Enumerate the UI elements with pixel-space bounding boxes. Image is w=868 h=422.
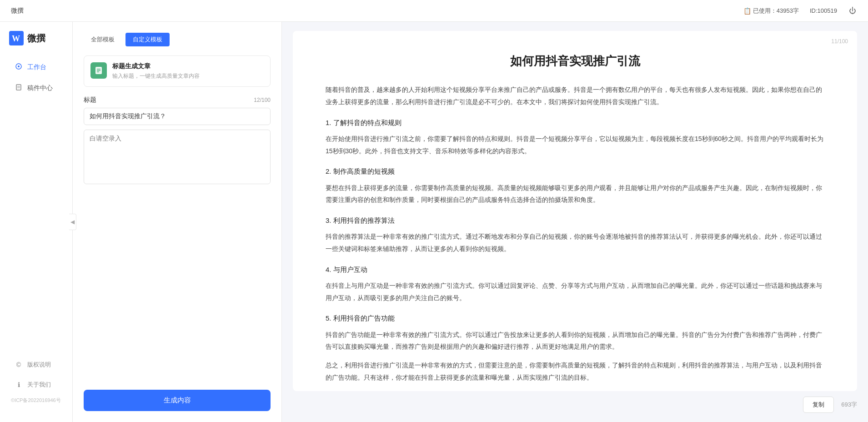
right-bottom-bar: 复制 693字 — [293, 391, 857, 413]
template-desc: 输入标题，一键生成高质量文章内容 — [112, 72, 200, 80]
topbar-right: 📋 已使用：43953字 ID:100519 ⏻ — [743, 6, 857, 15]
article-section-heading: 4. 与用户互动 — [326, 263, 824, 276]
topbar-title: 微撰 — [11, 7, 24, 15]
template-info: 标题生成文章 输入标题，一键生成高质量文章内容 — [112, 62, 200, 80]
sidebar-item-label-about: 关于我们 — [27, 381, 51, 389]
sidebar-item-workbench[interactable]: 工作台 — [4, 57, 69, 77]
logo-text: 微撰 — [27, 32, 45, 45]
title-input[interactable]: 如何用抖音实现推广引流？ — [84, 108, 271, 125]
drafts-icon — [15, 84, 23, 93]
article-section-heading: 1. 了解抖音的特点和规则 — [326, 116, 824, 130]
info-icon: ℹ — [15, 381, 23, 388]
usage-info: 📋 已使用：43953字 — [743, 7, 799, 15]
page-count: 11/100 — [831, 38, 848, 45]
form-label-row: 标题 12/100 — [84, 96, 271, 104]
icp-text: ©ICP备2022016946号 — [0, 395, 72, 406]
sidebar-nav: 工作台 稿件中心 — [0, 56, 72, 354]
char-count: 12/100 — [254, 97, 271, 103]
logo-area: W 微撰 — [0, 31, 72, 56]
content-textarea[interactable] — [84, 130, 271, 184]
workbench-icon — [15, 63, 23, 72]
copyright-icon: © — [15, 361, 23, 368]
article-paragraph: 随着抖音的普及，越来越多的人开始利用这个短视频分享平台来推广自己的产品或服务。抖… — [326, 84, 824, 108]
article-paragraph: 总之，利用抖音进行推广引流是一种非常有效的方式，但需要注意的是，你需要制作高质量… — [326, 359, 824, 383]
sidebar: W 微撰 工作台 — [0, 22, 73, 422]
sidebar-item-copyright[interactable]: © 版权说明 — [4, 355, 69, 374]
id-label: ID:100519 — [810, 7, 837, 14]
sidebar-item-drafts[interactable]: 稿件中心 — [4, 78, 69, 98]
article-container: 11/100 如何用抖音实现推广引流 随着抖音的普及，越来越多的人开始利用这个短… — [293, 31, 857, 391]
article-section-heading: 3. 利用抖音的推荐算法 — [326, 214, 824, 227]
article-paragraph: 抖音的广告功能是一种非常有效的推广引流方式。你可以通过广告投放来让更多的人看到你… — [326, 329, 824, 353]
svg-text:W: W — [12, 34, 20, 43]
right-panel: 11/100 如何用抖音实现推广引流 随着抖音的普及，越来越多的人开始利用这个短… — [282, 22, 868, 422]
content-area: 全部模板 自定义模板 标题生成文章 输入标题，一键生成高质量文章内容 — [73, 22, 868, 422]
svg-rect-4 — [16, 85, 21, 90]
main-layout: W 微撰 工作台 — [0, 22, 868, 422]
logo-icon: W — [9, 31, 24, 45]
topbar: 微撰 📋 已使用：43953字 ID:100519 ⏻ — [0, 0, 868, 22]
article-paragraph: 在抖音上与用户互动是一种非常有效的推广引流方式。你可以通过回复评论、点赞、分享等… — [326, 280, 824, 304]
sidebar-item-label-copyright: 版权说明 — [27, 361, 51, 369]
tab-custom-templates[interactable]: 自定义模板 — [125, 33, 170, 46]
sidebar-item-label-workbench: 工作台 — [27, 63, 46, 71]
svg-point-3 — [18, 65, 20, 67]
generate-button[interactable]: 生成内容 — [84, 390, 271, 411]
sidebar-bottom: © 版权说明 ℹ 关于我们 ©ICP备2022016946号 — [0, 354, 72, 413]
sidebar-item-about[interactable]: ℹ 关于我们 — [4, 375, 69, 394]
usage-icon-symbol: 📋 — [743, 7, 751, 15]
article-paragraph: 在开始使用抖音进行推广引流之前，你需要了解抖音的特点和规则。抖音是一个短视频分享… — [326, 133, 824, 157]
template-card-icon — [90, 62, 107, 79]
article-paragraph: 要想在抖音上获得更多的流量，你需要制作高质量的短视频。高质量的短视频能够吸引更多… — [326, 182, 824, 206]
template-title: 标题生成文章 — [112, 62, 200, 70]
tabs-row: 全部模板 自定义模板 — [84, 33, 271, 46]
copy-button[interactable]: 复制 — [803, 397, 834, 413]
sidebar-collapse-button[interactable]: ◀ — [69, 214, 76, 230]
template-card-title-article[interactable]: 标题生成文章 输入标题，一键生成高质量文章内容 — [84, 55, 271, 87]
form-label-title: 标题 — [84, 96, 96, 104]
sidebar-item-label-drafts: 稿件中心 — [27, 84, 53, 92]
article-title: 如何用抖音实现推广引流 — [326, 53, 824, 69]
usage-label: 已使用：43953字 — [753, 7, 799, 15]
word-count: 693字 — [841, 401, 857, 409]
article-paragraph: 抖音的推荐算法是一种非常有效的推广引流方式。通过不断地发布和分享自己的短视频，你… — [326, 231, 824, 255]
article-section-heading: 2. 制作高质量的短视频 — [326, 165, 824, 178]
left-panel: 全部模板 自定义模板 标题生成文章 输入标题，一键生成高质量文章内容 — [73, 22, 282, 422]
article-content: 随着抖音的普及，越来越多的人开始利用这个短视频分享平台来推广自己的产品或服务。抖… — [326, 84, 824, 383]
tab-all-templates[interactable]: 全部模板 — [84, 33, 122, 46]
power-button[interactable]: ⏻ — [848, 6, 857, 15]
article-section-heading: 5. 利用抖音的广告功能 — [326, 312, 824, 325]
